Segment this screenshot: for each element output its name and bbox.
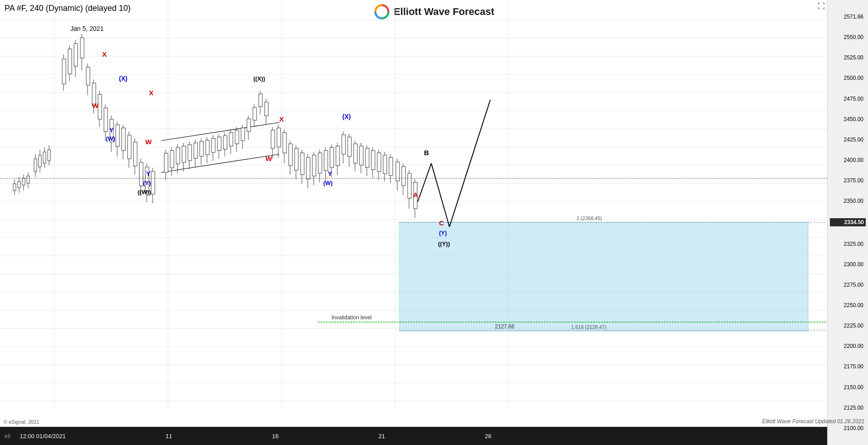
price-2525: 2525.00 bbox=[830, 54, 866, 61]
time-label: 12:00 01/04/2021 bbox=[20, 433, 65, 440]
svg-rect-91 bbox=[188, 145, 192, 161]
price-2325: 2325.00 bbox=[830, 241, 866, 247]
fib1-label: 1 (2268.45) bbox=[577, 215, 602, 221]
wave-y1-dparen: ((Y)) bbox=[438, 240, 450, 247]
price-axis: 2571.66 2550.00 2525.00 2500.00 2475.00 … bbox=[827, 0, 868, 445]
price-2500: 2500.00 bbox=[830, 75, 866, 81]
svg-rect-115 bbox=[259, 94, 262, 107]
wave-y3: Y bbox=[328, 170, 332, 177]
wave-x3: X bbox=[279, 115, 284, 123]
price-2550: 2550.00 bbox=[830, 34, 866, 40]
wave-y2: Y bbox=[146, 170, 151, 177]
svg-rect-35 bbox=[13, 184, 16, 191]
jan5-label: Jan 5, 2021 bbox=[70, 25, 104, 32]
x-label-26: 26 bbox=[485, 433, 491, 440]
esignal-icon: eS bbox=[5, 433, 10, 439]
svg-rect-145 bbox=[348, 137, 351, 156]
svg-rect-95 bbox=[200, 142, 203, 156]
svg-rect-151 bbox=[365, 148, 369, 167]
wave-b: B bbox=[424, 149, 429, 156]
price-2350: 2350.00 bbox=[830, 198, 866, 204]
wave-c: C bbox=[439, 219, 444, 227]
svg-rect-157 bbox=[383, 155, 387, 174]
wave-w1-paren: (W) bbox=[106, 135, 115, 142]
wave-w2: W bbox=[145, 138, 152, 146]
svg-rect-89 bbox=[182, 146, 186, 162]
svg-rect-129 bbox=[301, 153, 304, 175]
svg-rect-93 bbox=[194, 143, 197, 158]
svg-rect-69 bbox=[116, 125, 119, 147]
price-2400: 2400.00 bbox=[830, 157, 866, 163]
svg-rect-99 bbox=[212, 138, 215, 152]
ewf-credit: Elliott Wave Forecast Updated 01.26.2021 bbox=[762, 418, 864, 425]
svg-rect-119 bbox=[271, 130, 275, 148]
svg-rect-55 bbox=[74, 44, 78, 66]
price-2300: 2300.00 bbox=[830, 261, 866, 268]
invalidation-label: Invalidation level bbox=[331, 314, 372, 321]
wave-x2-paren: (X) bbox=[342, 113, 351, 120]
svg-rect-51 bbox=[62, 59, 66, 84]
svg-rect-65 bbox=[104, 108, 108, 132]
wave-w3: W bbox=[266, 155, 272, 162]
svg-rect-111 bbox=[247, 119, 251, 132]
price-2375: 2375.00 bbox=[830, 177, 866, 184]
price-2475: 2475.00 bbox=[830, 96, 866, 102]
svg-rect-81 bbox=[151, 171, 155, 194]
price-current: 2334.50 bbox=[830, 218, 866, 226]
svg-rect-131 bbox=[306, 157, 310, 179]
wave-y1: Y bbox=[109, 127, 114, 134]
price-2175: 2175.00 bbox=[830, 363, 866, 370]
svg-rect-133 bbox=[312, 155, 316, 176]
svg-rect-127 bbox=[295, 148, 298, 170]
svg-line-170 bbox=[449, 100, 490, 227]
wave-w1: W bbox=[92, 102, 99, 109]
svg-rect-77 bbox=[139, 162, 143, 186]
svg-rect-137 bbox=[324, 151, 328, 171]
svg-rect-165 bbox=[408, 173, 411, 198]
wave-x1-paren: (X) bbox=[119, 75, 128, 82]
svg-rect-41 bbox=[27, 176, 30, 183]
svg-rect-159 bbox=[389, 157, 393, 176]
x-label-11: 11 bbox=[166, 433, 172, 440]
svg-rect-97 bbox=[206, 140, 209, 155]
svg-rect-135 bbox=[318, 153, 322, 173]
svg-rect-43 bbox=[34, 159, 37, 171]
price-top: 2571.66 bbox=[830, 14, 866, 20]
svg-rect-83 bbox=[164, 153, 168, 172]
svg-rect-147 bbox=[354, 144, 357, 163]
price-2225: 2225.00 bbox=[830, 323, 866, 329]
chart-container: PA #F, 240 (Dynamic) (delayed 10) Elliot… bbox=[0, 0, 868, 445]
wave-x1: X bbox=[102, 50, 107, 58]
wave-y2-paren: (Y) bbox=[143, 180, 151, 186]
wave-x2: X bbox=[149, 89, 153, 97]
price-2450: 2450.00 bbox=[830, 116, 866, 122]
svg-rect-123 bbox=[283, 132, 286, 153]
chart-svg: Jan 5, 2021 X (X) W X W Y (W) Y (Y) ((W)… bbox=[0, 0, 827, 427]
svg-rect-39 bbox=[22, 178, 25, 185]
svg-rect-125 bbox=[289, 144, 292, 166]
price-2425: 2425.00 bbox=[830, 137, 866, 143]
svg-rect-105 bbox=[229, 132, 233, 146]
price-2127-label: 2127.66 bbox=[495, 323, 515, 330]
svg-rect-59 bbox=[86, 67, 90, 85]
wave-w1-dparen: ((W)) bbox=[138, 189, 151, 196]
esignal-credit: © eSignal, 2021 bbox=[4, 419, 39, 425]
svg-rect-47 bbox=[43, 152, 46, 163]
svg-rect-153 bbox=[371, 151, 375, 170]
svg-rect-163 bbox=[402, 166, 405, 186]
svg-rect-139 bbox=[330, 147, 334, 167]
price-2200: 2200.00 bbox=[830, 343, 866, 349]
svg-rect-109 bbox=[241, 128, 245, 141]
svg-rect-45 bbox=[39, 155, 41, 167]
svg-rect-73 bbox=[128, 135, 131, 159]
svg-line-168 bbox=[418, 163, 431, 202]
svg-rect-149 bbox=[360, 146, 363, 165]
svg-rect-28 bbox=[399, 222, 808, 331]
wave-x1-dparen: ((X)) bbox=[253, 75, 265, 82]
svg-rect-103 bbox=[223, 136, 227, 149]
price-2125: 2125.00 bbox=[830, 405, 866, 411]
svg-rect-117 bbox=[265, 102, 268, 116]
price-2275: 2275.00 bbox=[830, 282, 866, 288]
svg-rect-155 bbox=[377, 153, 381, 171]
price-2100: 2100.00 bbox=[830, 425, 866, 431]
